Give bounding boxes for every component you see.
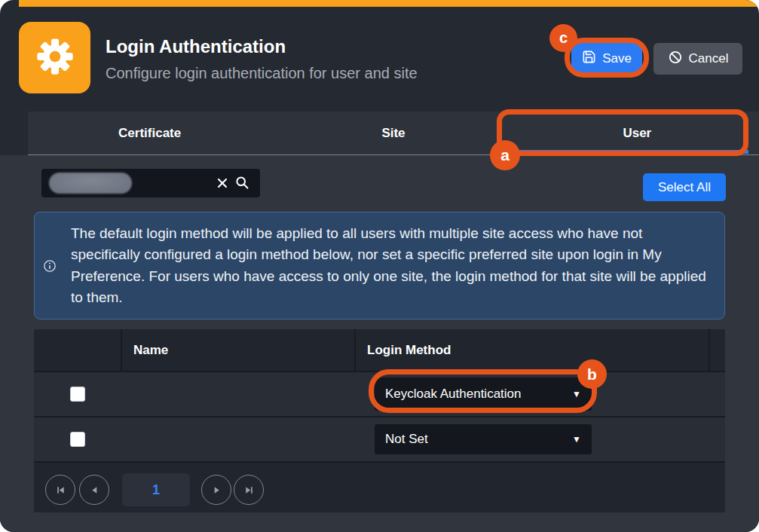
login-method-cell: Keycloak Authentication ▼ bbox=[354, 378, 709, 411]
users-table: Name Login Method Keycloak Authenticatio… bbox=[34, 329, 725, 512]
page-title: Login Authentication bbox=[106, 36, 286, 57]
floppy-disk-icon bbox=[582, 50, 596, 68]
last-page-button[interactable] bbox=[234, 475, 264, 505]
tab-user[interactable]: User bbox=[516, 112, 759, 154]
row-checkbox[interactable] bbox=[70, 432, 85, 447]
search-value-redacted bbox=[49, 173, 132, 194]
table-row: Not Set ▼ bbox=[34, 416, 725, 461]
clear-search-icon[interactable] bbox=[215, 176, 230, 191]
login-method-value: Keycloak Authentication bbox=[385, 387, 522, 402]
save-button[interactable]: Save bbox=[571, 43, 642, 75]
column-header-spacer bbox=[709, 329, 725, 371]
save-button-label: Save bbox=[602, 51, 632, 66]
search-input[interactable] bbox=[41, 169, 260, 197]
info-banner: The default login method will be applied… bbox=[34, 212, 725, 320]
search-icon[interactable] bbox=[234, 175, 251, 191]
select-all-label: Select All bbox=[658, 180, 711, 195]
column-header-select bbox=[34, 329, 121, 371]
cancel-button[interactable]: Cancel bbox=[653, 43, 742, 75]
first-page-button[interactable] bbox=[45, 475, 75, 505]
previous-page-button[interactable] bbox=[79, 475, 109, 505]
column-header-login-method: Login Method bbox=[354, 329, 709, 371]
next-page-button[interactable] bbox=[201, 475, 231, 505]
login-method-cell: Not Set ▼ bbox=[354, 424, 709, 454]
accent-top-bar bbox=[19, 0, 759, 7]
select-all-button[interactable]: Select All bbox=[643, 173, 726, 201]
dialog-panel: Login Authentication Configure login aut… bbox=[0, 0, 759, 532]
table-header-row: Name Login Method bbox=[34, 329, 725, 371]
info-icon bbox=[42, 258, 57, 274]
login-authentication-dialog: Login Authentication Configure login aut… bbox=[0, 0, 759, 532]
login-method-value: Not Set bbox=[385, 432, 428, 447]
page-subtitle: Configure login authentication for user … bbox=[106, 65, 418, 82]
pagination-bar: 1 bbox=[34, 461, 725, 512]
current-page-indicator[interactable]: 1 bbox=[122, 473, 190, 506]
checkbox-cell bbox=[34, 387, 121, 402]
tab-certificate[interactable]: Certificate bbox=[28, 112, 271, 154]
tab-content-user: Select All The default login method will… bbox=[0, 155, 759, 532]
chevron-down-icon: ▼ bbox=[572, 434, 581, 445]
cancel-button-label: Cancel bbox=[689, 51, 729, 66]
prohibition-icon bbox=[668, 50, 683, 69]
table-row: Keycloak Authentication ▼ bbox=[34, 371, 725, 416]
tab-user-label: User bbox=[623, 126, 651, 141]
checkbox-cell bbox=[34, 432, 121, 447]
dialog-icon-tile bbox=[19, 22, 90, 93]
login-method-dropdown[interactable]: Keycloak Authentication ▼ bbox=[375, 378, 592, 411]
tab-site[interactable]: Site bbox=[271, 112, 515, 154]
tab-site-label: Site bbox=[381, 126, 405, 141]
chevron-down-icon: ▼ bbox=[572, 389, 581, 399]
tab-bar: Certificate Site User bbox=[28, 112, 759, 155]
tab-certificate-label: Certificate bbox=[118, 126, 181, 141]
active-tab-indicator bbox=[508, 150, 748, 154]
login-method-dropdown[interactable]: Not Set ▼ bbox=[375, 424, 592, 454]
info-message: The default login method will be applied… bbox=[57, 223, 724, 309]
column-header-name: Name bbox=[121, 329, 354, 371]
gear-icon bbox=[35, 36, 75, 80]
row-checkbox[interactable] bbox=[70, 387, 85, 402]
